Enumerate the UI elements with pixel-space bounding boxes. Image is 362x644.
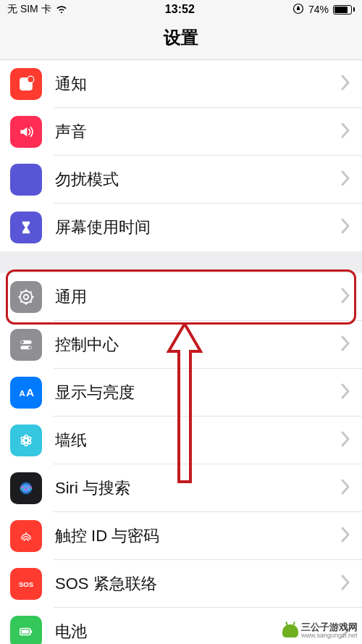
svg-line-6 xyxy=(30,301,32,303)
svg-line-10 xyxy=(20,291,22,293)
section-separator xyxy=(0,251,362,273)
row-label: 显示与亮度 xyxy=(55,382,340,403)
svg-point-3 xyxy=(20,291,33,304)
chevron-right-icon xyxy=(340,75,350,93)
chevron-right-icon xyxy=(340,122,350,141)
settings-section: 通知 声音 勿扰模式 屏幕使用时间 xyxy=(0,60,362,251)
sos-icon: SOS xyxy=(10,568,42,600)
svg-point-2 xyxy=(28,76,34,83)
row-label: 通知 xyxy=(55,73,340,95)
flower-icon xyxy=(10,425,42,456)
sound-icon xyxy=(10,116,42,148)
carrier-text: 无 SIM 卡 xyxy=(7,3,51,16)
chevron-right-icon xyxy=(340,288,350,306)
svg-rect-29 xyxy=(30,630,32,633)
page-title: 设置 xyxy=(0,26,362,49)
svg-text:A: A xyxy=(19,389,25,398)
chevron-right-icon xyxy=(340,383,350,402)
watermark: 三公子游戏网 www.sangongzi.net xyxy=(282,622,358,640)
chevron-right-icon xyxy=(340,431,350,450)
moon-icon xyxy=(10,164,42,196)
chevron-right-icon xyxy=(340,170,350,189)
row-label: 墙纸 xyxy=(55,430,340,451)
battery-icon xyxy=(10,616,42,644)
row-label: 勿扰模式 xyxy=(55,169,340,191)
page-header: 设置 xyxy=(0,19,362,60)
siri-icon xyxy=(10,472,42,504)
svg-text:A: A xyxy=(26,386,34,398)
svg-point-4 xyxy=(24,295,28,299)
settings-row-dnd[interactable]: 勿扰模式 xyxy=(0,156,362,204)
status-right: 74% xyxy=(292,3,355,17)
wifi-icon xyxy=(56,4,67,15)
svg-rect-30 xyxy=(22,630,29,633)
notification-icon xyxy=(10,68,42,100)
watermark-sub: www.sangongzi.net xyxy=(301,632,358,640)
switches-icon xyxy=(10,329,42,361)
hourglass-icon xyxy=(10,212,42,243)
settings-row-wallpaper[interactable]: 墙纸 xyxy=(0,417,362,464)
row-label: 屏幕使用时间 xyxy=(55,217,340,238)
svg-point-14 xyxy=(21,340,24,343)
row-label: Siri 与搜索 xyxy=(55,477,340,499)
settings-row-sounds[interactable]: 声音 xyxy=(0,108,362,156)
aa-icon: AA xyxy=(10,377,42,409)
row-label: 通用 xyxy=(55,286,340,308)
battery-icon xyxy=(333,5,355,14)
row-label: 控制中心 xyxy=(55,334,340,356)
settings-row-touchid[interactable]: 触控 ID 与密码 xyxy=(0,512,362,560)
settings-row-screentime[interactable]: 屏幕使用时间 xyxy=(0,204,362,251)
chevron-right-icon xyxy=(340,527,350,545)
fingerprint-icon xyxy=(10,520,42,552)
chevron-right-icon xyxy=(340,479,350,498)
gear-icon xyxy=(10,281,42,313)
settings-row-notifications[interactable]: 通知 xyxy=(0,60,362,108)
status-bar: 无 SIM 卡 13:52 74% xyxy=(0,0,362,19)
watermark-main: 三公子游戏网 xyxy=(301,622,358,632)
settings-section: 通用 控制中心 AA 显示与亮度 墙纸 Siri 与搜索 触控 ID 与密码 S… xyxy=(0,273,362,644)
chevron-right-icon xyxy=(340,574,350,593)
status-left: 无 SIM 卡 xyxy=(7,3,67,16)
row-label: 触控 ID 与密码 xyxy=(55,525,340,547)
chevron-right-icon xyxy=(340,218,350,237)
settings-row-sos[interactable]: SOS SOS 紧急联络 xyxy=(0,560,362,608)
settings-row-siri[interactable]: Siri 与搜索 xyxy=(0,464,362,512)
svg-point-25 xyxy=(24,438,28,442)
orientation-lock-icon xyxy=(292,3,304,17)
svg-line-8 xyxy=(20,301,22,303)
settings-row-general[interactable]: 通用 xyxy=(0,273,362,321)
chevron-right-icon xyxy=(340,335,350,354)
svg-line-12 xyxy=(30,291,32,293)
status-time: 13:52 xyxy=(165,3,195,16)
battery-percent: 74% xyxy=(308,4,329,15)
settings-row-display[interactable]: AA 显示与亮度 xyxy=(0,369,362,417)
watermark-logo-icon xyxy=(282,624,298,637)
settings-row-control-center[interactable]: 控制中心 xyxy=(0,321,362,369)
row-label: SOS 紧急联络 xyxy=(55,573,340,595)
svg-point-16 xyxy=(28,346,31,349)
svg-text:SOS: SOS xyxy=(19,580,33,588)
row-label: 声音 xyxy=(55,121,340,143)
